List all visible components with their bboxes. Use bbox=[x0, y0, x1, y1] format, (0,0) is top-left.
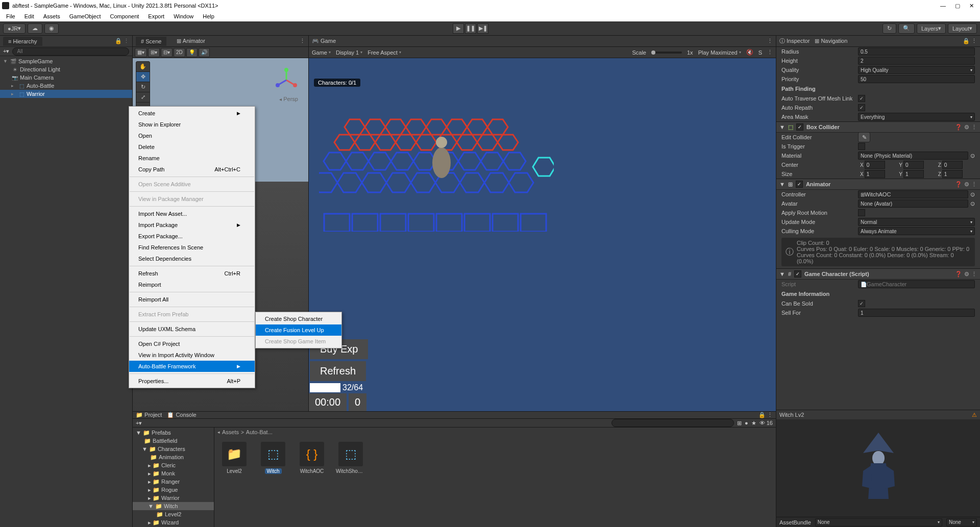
scene-root[interactable]: ▼🎬SampleGame bbox=[0, 57, 132, 65]
hierarchy-item-selected[interactable]: ▸⬚Warrior bbox=[0, 90, 132, 98]
create-dropdown[interactable]: +▾ bbox=[3, 48, 9, 55]
quality-dropdown[interactable]: High Quality bbox=[858, 66, 975, 74]
move-tool[interactable]: ✥ bbox=[136, 72, 150, 82]
folder-item[interactable]: ▼📁Characters bbox=[133, 445, 214, 453]
search-button[interactable]: 🔍 bbox=[898, 23, 915, 34]
scale-slider[interactable] bbox=[651, 52, 682, 54]
controller-field[interactable]: ⊞ WitchAOC bbox=[858, 190, 968, 198]
asset-item[interactable]: { }WitchAOC bbox=[297, 442, 327, 474]
canbesold-checkbox[interactable]: ✓ bbox=[858, 300, 865, 307]
scene-shading-dropdown[interactable]: ▦▾ bbox=[135, 48, 147, 57]
context-menu-item[interactable]: Create Shop Character bbox=[256, 313, 341, 324]
search-by-type-icon[interactable]: ⊞ bbox=[737, 420, 742, 426]
menu-help[interactable]: Help bbox=[199, 12, 218, 20]
gamecharacter-header[interactable]: ▼#✓Game Character (Script)❓⚙⋮ bbox=[776, 268, 980, 280]
hand-tool[interactable]: ✋ bbox=[136, 62, 150, 72]
menu-gameobject[interactable]: GameObject bbox=[65, 12, 105, 20]
context-menu-item[interactable]: Auto-Battle Framework▶ bbox=[129, 361, 255, 372]
folder-item[interactable]: ▸📁Ranger bbox=[133, 478, 214, 486]
context-menu-item[interactable]: Create Fusion Level Up bbox=[256, 324, 341, 336]
layout-dropdown[interactable]: Layout ▾ bbox=[948, 23, 977, 34]
context-menu-item[interactable]: Reimport All bbox=[129, 294, 255, 305]
game-menu-icon[interactable]: ⋮ bbox=[767, 38, 773, 44]
refresh-button[interactable]: Refresh bbox=[310, 361, 366, 381]
navigation-tab[interactable]: ⊞ Navigation bbox=[815, 38, 847, 44]
folder-item[interactable]: ▸📁Cleric bbox=[133, 461, 214, 469]
context-menu-item[interactable]: Copy PathAlt+Ctrl+C bbox=[129, 164, 255, 175]
context-menu-item[interactable]: Import New Asset... bbox=[129, 208, 255, 219]
game-dropdown[interactable]: Game bbox=[312, 49, 331, 56]
scale-tool[interactable]: ⤢ bbox=[136, 92, 150, 103]
cloud-button[interactable]: ☁ bbox=[28, 23, 42, 34]
size-x[interactable] bbox=[865, 170, 885, 178]
layers-dropdown[interactable]: Layers ▾ bbox=[917, 23, 946, 34]
hierarchy-item[interactable]: ▸⬚Auto-Battle bbox=[0, 82, 132, 90]
asset-item[interactable]: 📁Level2 bbox=[219, 442, 249, 474]
boxcollider-header[interactable]: ▼⬚✓Box Collider❓⚙⋮ bbox=[776, 121, 980, 133]
menu-component[interactable]: Component bbox=[106, 12, 143, 20]
context-menu-item[interactable]: Properties...Alt+P bbox=[129, 375, 255, 387]
folder-item[interactable]: ▸📁Warrior bbox=[133, 494, 214, 502]
menu-window[interactable]: Window bbox=[169, 12, 198, 20]
context-menu-item[interactable]: Show in Explorer bbox=[129, 119, 255, 130]
preview-warning-icon[interactable]: ⚠ bbox=[972, 412, 977, 418]
playmode-dropdown[interactable]: Play Maximized bbox=[698, 49, 741, 56]
folder-item[interactable]: ▸📁Rogue bbox=[133, 486, 214, 494]
project-lock-icon[interactable]: 🔒 ⋮ bbox=[758, 412, 773, 418]
updatemode-dropdown[interactable]: Normal bbox=[858, 218, 975, 226]
hierarchy-search-input[interactable] bbox=[12, 47, 129, 56]
context-menu-item[interactable]: Open bbox=[129, 130, 255, 141]
hierarchy-lock-icon[interactable]: 🔒 ⋮ bbox=[115, 38, 129, 44]
folder-item-selected[interactable]: ▼📁Witch bbox=[133, 502, 214, 510]
context-menu-item[interactable]: Export Package... bbox=[129, 231, 255, 242]
context-menu-item[interactable]: Find References In Scene bbox=[129, 242, 255, 253]
project-search-input[interactable] bbox=[611, 419, 734, 427]
context-menu-item[interactable]: Import Package▶ bbox=[129, 219, 255, 231]
folder-item[interactable]: 📁Animation bbox=[133, 453, 214, 461]
favorite-icon[interactable]: ★ bbox=[751, 420, 756, 426]
stats-toggle[interactable]: S bbox=[758, 49, 762, 56]
game-tab[interactable]: 🎮 Game bbox=[312, 38, 336, 44]
priority-field[interactable]: 50 bbox=[858, 75, 975, 83]
menu-file[interactable]: File bbox=[2, 12, 19, 20]
object-picker-icon[interactable]: ⊙ bbox=[970, 200, 975, 207]
gizmos-toggle[interactable]: ⋮ bbox=[767, 49, 773, 56]
folder-item[interactable]: ▼📁Prefabs bbox=[133, 429, 214, 437]
height-field[interactable]: 2 bbox=[858, 57, 975, 65]
sellfor-field[interactable]: 1 bbox=[858, 309, 975, 317]
search-by-label-icon[interactable]: ● bbox=[745, 420, 748, 426]
auto-traverse-checkbox[interactable]: ✓ bbox=[858, 95, 865, 102]
center-x[interactable] bbox=[865, 161, 885, 169]
area-mask-dropdown[interactable]: Everything bbox=[858, 113, 975, 121]
hierarchy-item[interactable]: 📷Main Camera bbox=[0, 73, 132, 82]
step-button[interactable]: ▶❚ bbox=[477, 23, 488, 34]
context-menu-item[interactable]: RefreshCtrl+R bbox=[129, 268, 255, 279]
context-menu-item[interactable]: View in Import Activity Window bbox=[129, 349, 255, 361]
center-z[interactable] bbox=[942, 161, 963, 169]
context-menu-item[interactable]: Update UXML Schema bbox=[129, 323, 255, 335]
context-menu-item[interactable]: Create▶ bbox=[129, 108, 255, 119]
context-menu-item[interactable]: Select Dependencies bbox=[129, 253, 255, 264]
avatar-field[interactable]: None (Avatar) bbox=[858, 199, 968, 208]
context-menu-item[interactable]: Rename bbox=[129, 153, 255, 164]
scene-menu-icon[interactable]: ⋮ bbox=[300, 38, 305, 44]
object-picker-icon[interactable]: ⊙ bbox=[970, 191, 975, 198]
folder-item[interactable]: ▸📁Wizard bbox=[133, 518, 214, 526]
hierarchy-item[interactable]: ☀Directional Light bbox=[0, 65, 132, 73]
size-y[interactable] bbox=[903, 170, 924, 178]
edit-collider-button[interactable]: ✎ bbox=[858, 132, 870, 142]
console-tab[interactable]: 📋 Console bbox=[167, 412, 196, 418]
play-button[interactable]: ▶ bbox=[453, 23, 464, 34]
mute-toggle[interactable]: 🔇 bbox=[746, 49, 753, 56]
scene-grid-dropdown[interactable]: ⊟▾ bbox=[161, 48, 173, 57]
aspect-dropdown[interactable]: Free Aspect bbox=[368, 49, 401, 56]
center-y[interactable] bbox=[903, 161, 924, 169]
folder-item[interactable]: 📁Battlefield bbox=[133, 437, 214, 445]
animator-header[interactable]: ▼⊞✓Animator❓⚙⋮ bbox=[776, 179, 980, 190]
inspector-tab[interactable]: ⓘ Inspector bbox=[779, 37, 810, 45]
folder-item[interactable]: 📁Level2 bbox=[133, 510, 214, 518]
scene-tab[interactable]: # Scene bbox=[136, 37, 166, 46]
scene-lighting-toggle[interactable]: 💡 bbox=[186, 48, 198, 57]
scene-2d-toggle[interactable]: 2D bbox=[174, 48, 185, 57]
account-button[interactable]: ● JR ▾ bbox=[3, 23, 26, 34]
